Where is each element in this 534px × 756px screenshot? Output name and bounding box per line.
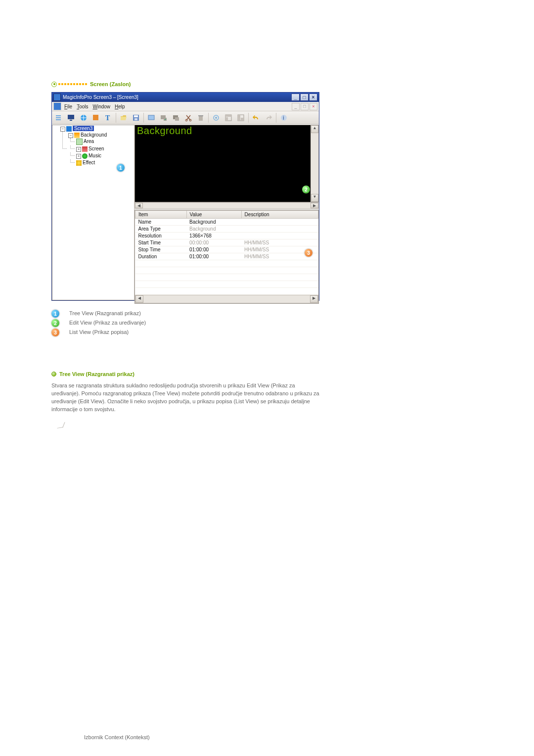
edit-view-hscroll[interactable]: ◀▶ <box>134 202 319 209</box>
svg-rect-1 <box>56 117 61 118</box>
tree-view-panel: −Screen3 −Background Area +Screen +Music… <box>52 125 134 300</box>
list-row: Resolution1366×768 <box>135 233 318 239</box>
menu-tools[interactable]: Tools <box>77 104 88 109</box>
list-row: Duration01:00:00HH/MM/SS <box>135 253 318 260</box>
app-screenshot: MagicInfoPro Screen3 – [Screen3] _ □ × F… <box>51 92 319 301</box>
legend-marker-1: 1 <box>51 310 59 318</box>
edit-view-vscroll[interactable]: ▲▼ <box>311 125 318 202</box>
close-button[interactable]: × <box>309 94 317 101</box>
tree-item-music[interactable]: +Music <box>70 152 134 159</box>
tool-add-window-icon[interactable]: + <box>158 112 170 123</box>
section-header-screen: Screen (Zaslon) <box>51 81 321 87</box>
tool-redo-icon[interactable] <box>263 112 274 123</box>
section-title: Screen (Zaslon) <box>90 81 131 87</box>
mdi-close-button[interactable]: × <box>310 103 317 110</box>
list-header-item[interactable]: Item <box>135 211 187 219</box>
callout-1: 1 <box>117 164 125 172</box>
decor-dots-icon <box>58 83 87 85</box>
menu-bar: File Tools Window Help _ □ × <box>52 102 319 111</box>
svg-text:i: i <box>283 115 284 121</box>
callout-2: 2 <box>302 186 310 193</box>
menu-help[interactable]: Help <box>115 104 125 109</box>
section-header-treeview: Tree View (Razgranati prikaz) <box>51 371 321 377</box>
radio-marker-icon <box>51 82 57 87</box>
tool-delete-icon[interactable] <box>195 112 207 123</box>
svg-rect-16 <box>175 117 179 121</box>
tree-item-effect[interactable]: Effect <box>70 159 134 166</box>
svg-rect-3 <box>68 115 74 119</box>
svg-rect-10 <box>134 118 137 120</box>
list-view-hscroll[interactable]: ◀▶ <box>135 295 318 303</box>
list-row: Stop Time01:00:00HH/MM/SS <box>135 246 318 253</box>
minimize-button[interactable]: _ <box>291 94 300 101</box>
tool-template1-icon[interactable] <box>222 112 234 123</box>
legend-text-2: Edit View (Prikaz za uređivanje) <box>69 319 146 327</box>
svg-rect-4 <box>70 120 72 121</box>
mdi-minimize-button[interactable]: _ <box>292 103 300 110</box>
legend: 1Tree View (Razgranati prikaz) 2Edit Vie… <box>51 310 321 336</box>
menu-window[interactable]: Window <box>92 104 110 109</box>
bullet-icon <box>51 372 56 377</box>
edit-view-label: Background <box>137 125 192 137</box>
tree-item-root[interactable]: −Screen3 −Background Area +Screen +Music… <box>54 125 134 167</box>
svg-rect-6 <box>93 115 98 120</box>
svg-text:T: T <box>105 114 110 122</box>
tool-info-icon[interactable]: i <box>278 112 290 123</box>
svg-text:+: + <box>164 117 167 122</box>
tool-preview-icon[interactable] <box>210 112 222 123</box>
tool-text-icon[interactable]: T <box>102 112 114 123</box>
tree-item-screen[interactable]: +Screen <box>70 145 134 152</box>
svg-rect-24 <box>225 115 231 117</box>
svg-rect-19 <box>199 116 203 121</box>
toolbar: T + i <box>52 111 319 124</box>
legend-text-3: List View (Prikaz popisa) <box>69 329 129 336</box>
tool-globe-icon[interactable] <box>78 112 89 123</box>
maximize-button[interactable]: □ <box>300 94 309 101</box>
scroll-hint-icon <box>58 423 321 429</box>
edit-view-panel[interactable]: Background ▲▼ <box>134 125 319 202</box>
list-row: Area TypeBackground <box>135 226 318 233</box>
svg-rect-9 <box>134 115 138 117</box>
mdi-restore-button[interactable]: □ <box>301 103 309 110</box>
window-titlebar: MagicInfoPro Screen3 – [Screen3] _ □ × <box>52 93 319 102</box>
legend-marker-2: 2 <box>51 319 59 327</box>
footer-text: Izbornik Context (Kontekst) <box>84 734 150 740</box>
svg-rect-20 <box>198 115 203 116</box>
svg-rect-25 <box>225 117 228 121</box>
tool-save-icon[interactable] <box>130 112 142 123</box>
tool-screen-icon[interactable] <box>145 112 157 123</box>
svg-rect-28 <box>241 118 244 121</box>
window-title: MagicInfoPro Screen3 – [Screen3] <box>63 94 291 100</box>
list-header-value[interactable]: Value <box>186 211 241 219</box>
tool-undo-icon[interactable] <box>250 112 262 123</box>
legend-text-1: Tree View (Razgranati prikaz) <box>69 310 141 317</box>
app-menu-icon[interactable] <box>53 102 61 110</box>
svg-rect-0 <box>56 115 61 116</box>
svg-point-22 <box>215 117 217 119</box>
legend-marker-3: 3 <box>51 329 59 336</box>
list-view-panel: Item Value Description NameBackground Ar… <box>134 210 319 304</box>
svg-rect-11 <box>148 115 154 120</box>
callout-3: 3 <box>305 249 312 257</box>
tool-monitor-icon[interactable] <box>65 112 77 123</box>
tool-window-icon[interactable] <box>170 112 182 123</box>
section2-paragraph: Stvara se razgranata struktura sukladno … <box>51 382 321 414</box>
app-icon <box>53 94 61 101</box>
tool-puzzle-icon[interactable] <box>90 112 102 123</box>
tool-list-icon[interactable] <box>53 112 65 123</box>
list-row: NameBackground <box>135 219 318 226</box>
list-row: Start Time00:00:00HH/MM/SS <box>135 239 318 246</box>
svg-rect-27 <box>238 115 240 121</box>
tree-item-background[interactable]: −Background Area +Screen +Music Effect <box>62 132 134 167</box>
tool-template2-icon[interactable] <box>235 112 247 123</box>
list-header-desc[interactable]: Description <box>241 211 318 219</box>
section2-title: Tree View (Razgranati prikaz) <box>59 371 134 377</box>
svg-rect-2 <box>56 119 61 120</box>
tree-item-area[interactable]: Area <box>70 138 134 145</box>
menu-file[interactable]: File <box>64 104 72 109</box>
tool-cut-icon[interactable] <box>182 112 194 123</box>
tool-open-icon[interactable] <box>118 112 130 123</box>
